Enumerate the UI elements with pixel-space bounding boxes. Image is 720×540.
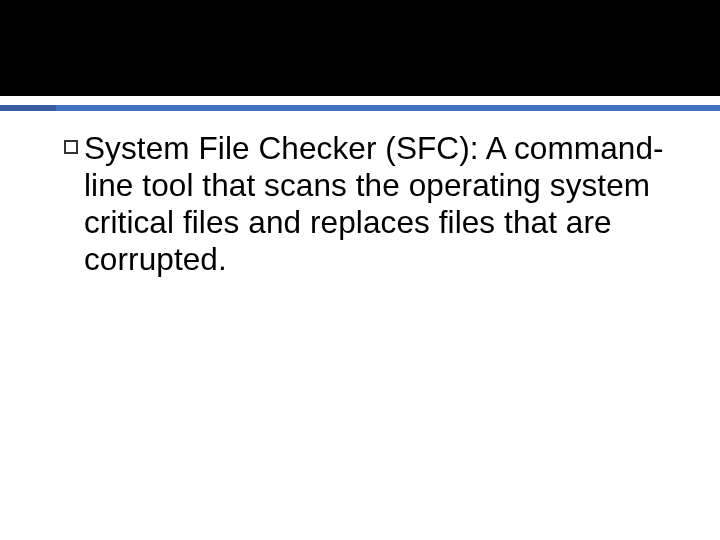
horizontal-divider-accent xyxy=(0,105,56,111)
content-area: System File Checker (SFC): A command-lin… xyxy=(64,130,664,279)
slide-container: System File Checker (SFC): A command-lin… xyxy=(0,0,720,540)
list-item: System File Checker (SFC): A command-lin… xyxy=(64,130,664,279)
horizontal-divider xyxy=(0,105,720,111)
bullet-text: System File Checker (SFC): A command-lin… xyxy=(84,130,664,279)
title-bar xyxy=(0,0,720,96)
square-bullet-icon xyxy=(64,140,78,154)
